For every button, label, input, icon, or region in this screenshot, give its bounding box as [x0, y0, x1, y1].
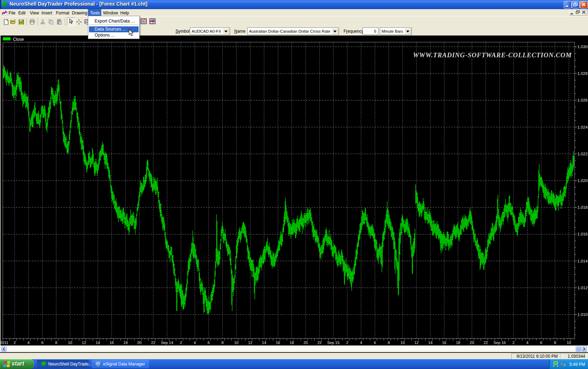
svg-text:1.030: 1.030	[577, 45, 588, 49]
svg-text:1.022: 1.022	[577, 152, 588, 156]
svg-text:1.016: 1.016	[577, 232, 588, 236]
svg-text:18: 18	[456, 341, 460, 345]
svg-text:6: 6	[374, 341, 376, 345]
svg-text:10: 10	[68, 341, 72, 345]
svg-text:10: 10	[401, 341, 405, 345]
svg-text:14: 14	[262, 341, 266, 345]
svg-text:4: 4	[526, 341, 528, 345]
svg-text:10: 10	[234, 341, 238, 345]
svg-text:6: 6	[41, 341, 43, 345]
svg-text:Sep 14: Sep 14	[161, 341, 173, 345]
svg-text:12: 12	[248, 341, 252, 345]
svg-text:1.012: 1.012	[577, 286, 588, 290]
svg-text:20: 20	[303, 341, 308, 345]
svg-text:1.014: 1.014	[577, 259, 588, 263]
svg-text:Sep 15: Sep 15	[327, 341, 339, 345]
svg-text:8: 8	[388, 341, 390, 345]
svg-text:12: 12	[82, 341, 86, 345]
svg-text:22: 22	[317, 341, 321, 345]
svg-text:4: 4	[194, 341, 196, 345]
svg-text:WWW.TRADING-SOFTWARE-COLLECTIO: WWW.TRADING-SOFTWARE-COLLECTION.COM	[413, 51, 572, 59]
svg-text:22: 22	[151, 341, 155, 345]
svg-text:2011: 2011	[0, 341, 8, 345]
svg-text:1.026: 1.026	[577, 98, 588, 102]
svg-text:6: 6	[207, 341, 210, 345]
svg-text:20: 20	[137, 341, 141, 345]
svg-text:14: 14	[428, 341, 433, 345]
svg-text:1.018: 1.018	[577, 205, 588, 209]
svg-text:16: 16	[109, 341, 114, 345]
svg-text:Sep 16: Sep 16	[493, 341, 506, 345]
svg-text:1.010: 1.010	[577, 312, 588, 317]
svg-text:2: 2	[346, 341, 348, 345]
svg-text:22: 22	[484, 341, 488, 345]
svg-text:2: 2	[512, 341, 514, 345]
svg-text:8: 8	[222, 341, 224, 345]
svg-text:12: 12	[414, 341, 418, 345]
svg-text:1.028: 1.028	[577, 71, 588, 76]
svg-text:6: 6	[540, 341, 542, 345]
svg-text:4: 4	[27, 341, 30, 345]
svg-text:2: 2	[180, 341, 182, 345]
svg-text:Close: Close	[13, 37, 24, 42]
svg-text:10: 10	[567, 341, 571, 345]
svg-text:4: 4	[360, 341, 362, 345]
svg-text:8: 8	[554, 341, 556, 345]
svg-text:16: 16	[276, 341, 280, 345]
svg-text:18: 18	[290, 341, 294, 345]
svg-text:8: 8	[55, 341, 57, 345]
svg-text:1.020: 1.020	[577, 179, 588, 183]
svg-text:20: 20	[470, 341, 474, 345]
svg-text:1.024: 1.024	[577, 125, 588, 129]
svg-text:14: 14	[96, 341, 100, 345]
svg-text:18: 18	[123, 341, 128, 345]
svg-text:16: 16	[442, 341, 446, 345]
svg-text:2: 2	[14, 341, 16, 345]
